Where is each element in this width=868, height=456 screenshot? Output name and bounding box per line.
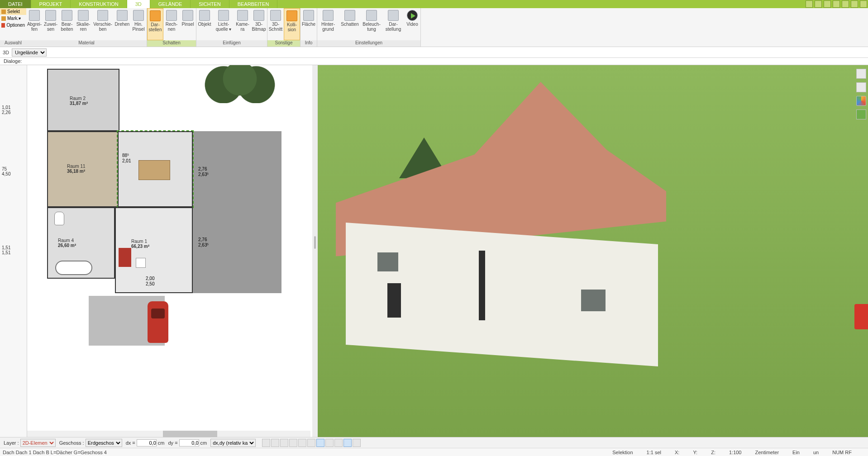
tool-flaeche[interactable]: Fläche (300, 8, 317, 40)
optionen-button[interactable]: Optionen (0, 22, 26, 28)
mark-button[interactable]: Mark. ▾ (0, 15, 26, 22)
maximize-icon[interactable] (851, 0, 858, 8)
3d-viewport[interactable] (318, 65, 868, 437)
car-3d (854, 304, 868, 329)
scrollbar-horizontal[interactable] (27, 431, 310, 437)
floorplan-canvas[interactable]: Raum 231,87 m² Raum 1136,18 m² Raum 345,… (27, 65, 310, 435)
coord-mode-select[interactable]: dx,dy (relativ ka (210, 439, 256, 447)
menu-datei[interactable]: DATEI (0, 0, 31, 8)
status-y: Y: (693, 450, 697, 455)
selection-block: Selekt Mark. ▾ Optionen Auswahl (0, 8, 26, 47)
layers-icon[interactable] (856, 69, 866, 79)
help2-icon[interactable] (815, 0, 822, 8)
tool-label: Pinsel (181, 22, 194, 27)
tool-beleuchtung[interactable]: Beleuch- tung (361, 8, 382, 40)
bottom-toolbar: Layer : 2D-Elemen Geschoss : Erdgeschos … (0, 437, 868, 448)
tool-verschieben[interactable]: Verschie- ben (91, 8, 114, 40)
tool-hinpinsel[interactable]: Hin. Pinsel (130, 8, 147, 40)
room-name: Raum 11 (67, 164, 86, 169)
dim-value: 1,51 (2, 250, 10, 255)
tool-darstellen[interactable]: Dar- stellen (147, 8, 163, 40)
menu-bar: DATEI PROJEKT KONSTRUKTION 3D GELÄNDE SI… (0, 0, 868, 8)
object-icon (199, 10, 210, 21)
snap-midpoint-icon[interactable] (307, 439, 315, 447)
tool-hintergrund[interactable]: Hinter- grund (317, 8, 339, 40)
terrace[interactable] (193, 131, 281, 293)
tool-kamera[interactable]: Kame- ra (234, 8, 251, 40)
selekt-label: Selekt (7, 9, 20, 14)
dim-annot: 2,01 (122, 158, 131, 163)
tool-rechnen[interactable]: Rech- nen (163, 8, 180, 40)
snap-info-icon[interactable] (353, 439, 361, 447)
status-path: Dach Dach 1 Dach B L=Dächer G=Geschoss 4 (3, 450, 107, 455)
group-label: Schatten (147, 40, 196, 47)
menu-projekt[interactable]: PROJEKT (31, 0, 71, 8)
snap-clock-icon[interactable] (262, 439, 270, 447)
tool-3dbitmap[interactable]: 3D- Bitmap (251, 8, 267, 40)
tool-darstellung[interactable]: Dar- stellung (382, 8, 404, 40)
group-label: Einstellungen (317, 40, 420, 47)
snap-parallel-icon[interactable] (325, 439, 334, 447)
viewport-tools (856, 69, 866, 119)
splitter[interactable] (312, 65, 318, 437)
dy-input[interactable] (179, 439, 199, 446)
help-icon[interactable] (806, 0, 813, 8)
toilet (54, 212, 64, 225)
tool-skalieren[interactable]: Skalie- ren (75, 8, 91, 40)
tool-kollision[interactable]: Kolli- sion (284, 8, 300, 40)
tool-schatten[interactable]: Schatten (339, 8, 361, 40)
tree-2d[interactable] (199, 65, 281, 103)
tool-abgreifen[interactable]: Abgrei- fen (26, 8, 43, 40)
move-icon (97, 10, 108, 21)
snap-north-icon[interactable] (343, 439, 352, 447)
group-sonstige: 3D- Schnitt Kolli- sion Sonstige (267, 8, 300, 47)
geschoss-select[interactable]: Erdgeschos (86, 439, 122, 447)
minimize-icon[interactable] (842, 0, 849, 8)
menu-konstruktion[interactable]: KONSTRUKTION (71, 0, 127, 8)
snap-grid-icon[interactable] (334, 439, 343, 447)
dx-input[interactable] (137, 439, 157, 446)
tree-icon[interactable] (856, 109, 866, 119)
menu-3d[interactable]: 3D (127, 0, 150, 8)
tool-objekt[interactable]: Objekt (196, 8, 213, 40)
tool-bearbeiten[interactable]: Bear- beiten (59, 8, 75, 40)
tool-pinsel[interactable]: Pinsel (180, 8, 196, 40)
snap-paste-icon[interactable] (289, 439, 297, 447)
help4-icon[interactable] (833, 0, 840, 8)
tool-drehen[interactable]: Drehen (114, 8, 130, 40)
room-4[interactable]: Raum 426,60 m² (47, 207, 115, 279)
tool-label: Dar- stellung (386, 22, 401, 32)
menu-gelaende[interactable]: GELÄNDE (150, 0, 191, 8)
room-2[interactable]: Raum 231,87 m² (47, 69, 119, 131)
tool-3dschnitt[interactable]: 3D- Schnitt (267, 8, 284, 40)
room-3[interactable]: Raum 345,42 m² (118, 131, 193, 207)
tool-video[interactable]: Video (404, 8, 420, 40)
layer-select[interactable]: 2D-Elemen (20, 439, 56, 447)
room-name: Raum 4 (58, 238, 74, 243)
group-einfuegen: Objekt Licht- quelle ▾ Kame- ra 3D- Bitm… (196, 8, 267, 47)
chair-icon[interactable] (856, 82, 866, 92)
coffee-table (136, 258, 146, 268)
tool-zuweisen[interactable]: Zuwei- sen (43, 8, 59, 40)
dim-annot: 2,63⁵ (198, 172, 209, 177)
snap-perp-icon[interactable] (316, 439, 324, 447)
selekt-button[interactable]: Selekt (0, 8, 26, 15)
snap-endpoint-icon[interactable] (298, 439, 306, 447)
snap-monitor-icon[interactable] (271, 439, 279, 447)
dim-annot: 88⁵ (122, 153, 129, 158)
car-2d[interactable] (148, 301, 168, 343)
view-select[interactable]: Urgelände (12, 48, 47, 57)
unit-label: cm (200, 440, 207, 446)
close-icon[interactable] (860, 0, 867, 8)
menu-bearbeiten[interactable]: BEARBEITEN (229, 0, 278, 8)
tool-lichtquelle[interactable]: Licht- quelle ▾ (213, 8, 234, 40)
status-un: un (813, 450, 819, 455)
snap-copy-icon[interactable] (280, 439, 288, 447)
menu-sichten[interactable]: SICHTEN (191, 0, 229, 8)
palette-icon[interactable] (856, 96, 866, 106)
main-area: 1,012,26 754,50 1,511,51 Raum 231,87 m² … (0, 65, 868, 437)
help3-icon[interactable] (824, 0, 831, 8)
floorplan-pane[interactable]: 1,012,26 754,50 1,511,51 Raum 231,87 m² … (0, 65, 312, 437)
room-area: 31,87 m² (70, 101, 88, 106)
scrollbar-thumb[interactable] (163, 431, 217, 437)
